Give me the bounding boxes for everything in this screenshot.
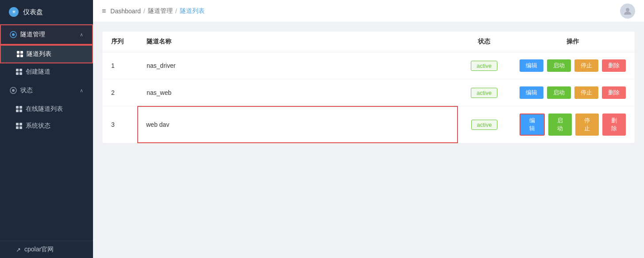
sidebar-group-status: 状态 ∧ 在线隧道列表 系统状态 <box>0 80 93 134</box>
sidebar-item-create-tunnel[interactable]: 创建隧道 <box>0 63 93 80</box>
table-header: 序列 隧道名称 状态 操作 <box>102 31 635 52</box>
td-action-1: 编辑 启动 停止 删除 <box>511 52 635 79</box>
edit-button-1[interactable]: 编辑 <box>520 59 543 72</box>
content-area: 序列 隧道名称 状态 操作 1 nas_driver active <box>93 22 644 258</box>
chevron-up-icon-2: ∧ <box>80 88 83 94</box>
tunnel-table-card: 序列 隧道名称 状态 操作 1 nas_driver active <box>102 31 635 144</box>
topbar: ≡ Dashboard / 隧道管理 / 隧道列表 <box>93 0 644 22</box>
sidebar-item-online-tunnels[interactable]: 在线隧道列表 <box>0 101 93 117</box>
td-status-1: active <box>458 52 511 79</box>
status-badge-2: active <box>471 88 497 98</box>
table-row: 2 nas_web active 编辑 启动 停止 删除 <box>102 79 635 106</box>
table-row: 3 web dav active 编辑 启动 停止 删除 <box>102 106 635 143</box>
system-status-icon <box>16 123 22 129</box>
breadcrumb-tunnel-mgmt[interactable]: 隧道管理 <box>148 7 173 15</box>
dashboard-icon: ☀ <box>9 7 19 17</box>
action-buttons-2: 编辑 启动 停止 删除 <box>520 86 626 99</box>
table-body: 1 nas_driver active 编辑 启动 停止 删除 <box>102 52 635 143</box>
th-action: 操作 <box>511 31 635 52</box>
td-name-2: nas_web <box>138 79 458 106</box>
tunnel-table: 序列 隧道名称 状态 操作 1 nas_driver active <box>102 31 635 143</box>
sidebar-item-tunnel-list-label: 隧道列表 <box>27 50 51 58</box>
sidebar-item-cpolar-website-label: cpolar官网 <box>24 246 54 254</box>
td-status-2: active <box>458 79 511 106</box>
create-tunnel-icon <box>16 69 22 75</box>
th-status: 状态 <box>458 31 511 52</box>
td-action-2: 编辑 启动 停止 删除 <box>511 79 635 106</box>
status-badge-1: active <box>471 61 497 71</box>
stop-button-1[interactable]: 停止 <box>574 59 598 72</box>
svg-point-4 <box>626 8 629 12</box>
svg-point-3 <box>12 89 15 92</box>
topbar-right <box>620 4 635 19</box>
delete-button-1[interactable]: 删除 <box>602 59 626 72</box>
td-action-3: 编辑 启动 停止 删除 <box>511 106 635 143</box>
breadcrumb: Dashboard / 隧道管理 / 隧道列表 <box>110 7 204 15</box>
sidebar-item-tunnel-list[interactable]: 隧道列表 <box>0 45 93 63</box>
topbar-left: ≡ Dashboard / 隧道管理 / 隧道列表 <box>102 7 205 15</box>
sidebar-item-create-tunnel-label: 创建隧道 <box>26 68 50 76</box>
edit-button-2[interactable]: 编辑 <box>520 86 543 99</box>
breadcrumb-sep-1: / <box>144 8 145 15</box>
delete-button-3[interactable]: 删除 <box>602 113 626 136</box>
sidebar: ☀ 仪表盘 隧道管理 ∧ 隧道列表 <box>0 0 93 258</box>
external-link-icon: ↗ <box>16 246 21 253</box>
stop-button-3[interactable]: 停止 <box>575 113 599 136</box>
svg-point-1 <box>12 33 15 36</box>
sidebar-group-status-label: 状态 <box>20 86 33 94</box>
breadcrumb-sep-2: / <box>175 8 177 15</box>
breadcrumb-dashboard[interactable]: Dashboard <box>110 8 141 15</box>
breadcrumb-tunnel-list[interactable]: 隧道列表 <box>180 7 205 15</box>
td-index-3: 3 <box>102 106 138 143</box>
action-buttons-3: 编辑 启动 停止 删除 <box>520 113 626 136</box>
td-index-1: 1 <box>102 52 138 79</box>
td-index-2: 2 <box>102 79 138 106</box>
sidebar-item-cpolar-website[interactable]: ↗ cpolar官网 <box>0 241 93 258</box>
table-row: 1 nas_driver active 编辑 启动 停止 删除 <box>102 52 635 79</box>
sidebar-header-label: 仪表盘 <box>23 8 43 16</box>
online-tunnels-icon <box>16 106 22 112</box>
edit-button-3[interactable]: 编辑 <box>520 113 545 136</box>
td-name-3: web dav <box>138 106 458 143</box>
sidebar-group-tunnel-mgmt-header[interactable]: 隧道管理 ∧ <box>0 24 93 45</box>
sidebar-header[interactable]: ☀ 仪表盘 <box>0 0 93 24</box>
th-index: 序列 <box>102 31 138 52</box>
delete-button-2[interactable]: 删除 <box>602 86 626 99</box>
table-header-row: 序列 隧道名称 状态 操作 <box>102 31 635 52</box>
tunnel-list-icon <box>17 51 23 57</box>
status-icon <box>10 87 17 94</box>
td-status-3: active <box>458 106 511 143</box>
sidebar-group-tunnel-mgmt-label: 隧道管理 <box>20 31 45 39</box>
chevron-up-icon: ∧ <box>80 32 83 38</box>
status-badge-3: active <box>471 120 498 130</box>
sidebar-item-system-status-label: 系统状态 <box>26 122 50 130</box>
sidebar-group-status-header[interactable]: 状态 ∧ <box>0 80 93 101</box>
start-button-2[interactable]: 启动 <box>547 86 571 99</box>
td-name-1: nas_driver <box>138 52 458 79</box>
user-avatar[interactable] <box>620 4 635 19</box>
hamburger-menu-icon[interactable]: ≡ <box>102 7 106 15</box>
tunnel-mgmt-icon <box>10 31 17 38</box>
th-name: 隧道名称 <box>138 31 458 52</box>
stop-button-2[interactable]: 停止 <box>574 86 598 99</box>
start-button-1[interactable]: 启动 <box>547 59 571 72</box>
sidebar-item-system-status[interactable]: 系统状态 <box>0 117 93 134</box>
sidebar-group-tunnel-mgmt: 隧道管理 ∧ 隧道列表 创建隧道 <box>0 24 93 80</box>
action-buttons-1: 编辑 启动 停止 删除 <box>520 59 626 72</box>
start-button-3[interactable]: 启动 <box>548 113 572 136</box>
sidebar-item-online-tunnels-label: 在线隧道列表 <box>26 105 63 113</box>
main-area: ≡ Dashboard / 隧道管理 / 隧道列表 <box>93 0 644 258</box>
